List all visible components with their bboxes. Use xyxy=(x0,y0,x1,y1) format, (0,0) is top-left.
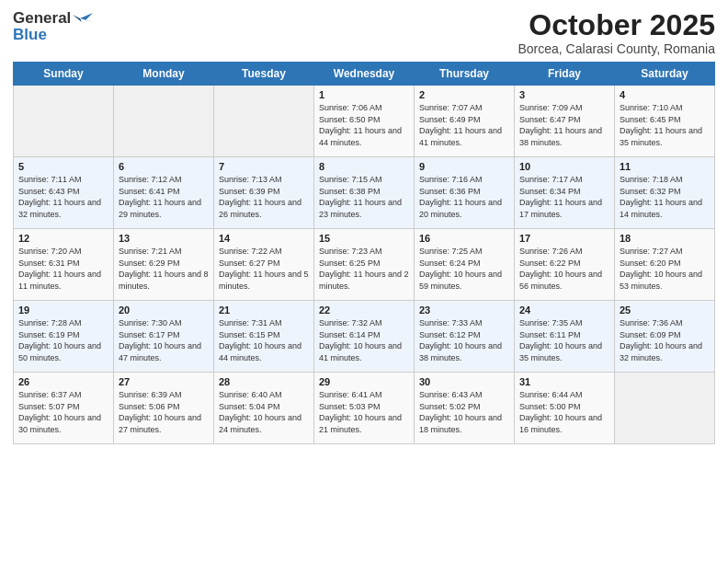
day-info: Sunrise: 7:13 AMSunset: 6:39 PMDaylight:… xyxy=(219,174,309,220)
day-header-wednesday: Wednesday xyxy=(314,63,415,86)
calendar-cell: 15Sunrise: 7:23 AMSunset: 6:25 PMDayligh… xyxy=(314,229,415,301)
day-header-monday: Monday xyxy=(114,63,214,86)
day-info: Sunrise: 7:30 AMSunset: 6:17 PMDaylight:… xyxy=(119,317,209,363)
calendar-cell xyxy=(615,373,715,444)
page: General Blue October 2025 Borcea, Calara… xyxy=(0,0,728,563)
logo-bird-icon xyxy=(73,11,93,26)
calendar-cell: 5Sunrise: 7:11 AMSunset: 6:43 PMDaylight… xyxy=(14,157,114,229)
calendar-cell: 16Sunrise: 7:25 AMSunset: 6:24 PMDayligh… xyxy=(415,229,515,301)
day-info: Sunrise: 7:11 AMSunset: 6:43 PMDaylight:… xyxy=(18,174,108,220)
day-info: Sunrise: 7:35 AMSunset: 6:11 PMDaylight:… xyxy=(519,317,609,363)
day-info: Sunrise: 7:36 AMSunset: 6:09 PMDaylight:… xyxy=(620,317,710,363)
week-row-3: 12Sunrise: 7:20 AMSunset: 6:31 PMDayligh… xyxy=(14,229,715,301)
day-number: 10 xyxy=(519,161,609,172)
calendar-cell: 30Sunrise: 6:43 AMSunset: 5:02 PMDayligh… xyxy=(415,373,515,444)
calendar-cell: 21Sunrise: 7:31 AMSunset: 6:15 PMDayligh… xyxy=(214,301,314,373)
day-info: Sunrise: 6:39 AMSunset: 5:06 PMDaylight:… xyxy=(119,389,209,435)
day-number: 27 xyxy=(119,376,209,387)
calendar-cell: 31Sunrise: 6:44 AMSunset: 5:00 PMDayligh… xyxy=(515,373,615,444)
calendar-cell: 24Sunrise: 7:35 AMSunset: 6:11 PMDayligh… xyxy=(515,301,615,373)
day-info: Sunrise: 7:06 AMSunset: 6:50 PMDaylight:… xyxy=(319,102,409,148)
day-number: 19 xyxy=(18,304,108,316)
day-info: Sunrise: 6:44 AMSunset: 5:00 PMDaylight:… xyxy=(519,389,609,435)
location-subtitle: Borcea, Calarasi County, Romania xyxy=(518,41,715,56)
day-number: 28 xyxy=(219,376,309,387)
day-info: Sunrise: 7:28 AMSunset: 6:19 PMDaylight:… xyxy=(18,317,108,363)
calendar-cell: 1Sunrise: 7:06 AMSunset: 6:50 PMDaylight… xyxy=(314,86,415,157)
calendar-cell: 9Sunrise: 7:16 AMSunset: 6:36 PMDaylight… xyxy=(415,157,515,229)
week-row-5: 26Sunrise: 6:37 AMSunset: 5:07 PMDayligh… xyxy=(14,373,715,444)
calendar-header-row: SundayMondayTuesdayWednesdayThursdayFrid… xyxy=(14,63,715,86)
day-info: Sunrise: 6:37 AMSunset: 5:07 PMDaylight:… xyxy=(18,389,108,435)
day-info: Sunrise: 7:25 AMSunset: 6:24 PMDaylight:… xyxy=(419,246,509,292)
day-number: 20 xyxy=(119,304,209,316)
header: General Blue October 2025 Borcea, Calara… xyxy=(13,9,715,56)
calendar-cell: 13Sunrise: 7:21 AMSunset: 6:29 PMDayligh… xyxy=(114,229,214,301)
calendar-cell: 3Sunrise: 7:09 AMSunset: 6:47 PMDaylight… xyxy=(515,86,615,157)
logo: General Blue xyxy=(13,9,93,44)
calendar-table: SundayMondayTuesdayWednesdayThursdayFrid… xyxy=(13,62,715,444)
day-header-sunday: Sunday xyxy=(14,63,114,86)
day-number: 1 xyxy=(319,89,409,100)
calendar-cell xyxy=(14,86,114,157)
day-info: Sunrise: 7:26 AMSunset: 6:22 PMDaylight:… xyxy=(519,246,609,292)
calendar-cell: 2Sunrise: 7:07 AMSunset: 6:49 PMDaylight… xyxy=(415,86,515,157)
day-info: Sunrise: 7:07 AMSunset: 6:49 PMDaylight:… xyxy=(419,102,509,148)
day-number: 7 xyxy=(219,161,309,172)
day-number: 11 xyxy=(620,161,710,172)
calendar-cell: 6Sunrise: 7:12 AMSunset: 6:41 PMDaylight… xyxy=(114,157,214,229)
calendar-cell: 11Sunrise: 7:18 AMSunset: 6:32 PMDayligh… xyxy=(615,157,715,229)
calendar-cell: 22Sunrise: 7:32 AMSunset: 6:14 PMDayligh… xyxy=(314,301,415,373)
calendar-cell: 4Sunrise: 7:10 AMSunset: 6:45 PMDaylight… xyxy=(615,86,715,157)
day-number: 22 xyxy=(319,304,409,316)
day-number: 15 xyxy=(319,233,409,244)
day-number: 2 xyxy=(419,89,509,100)
calendar-cell: 10Sunrise: 7:17 AMSunset: 6:34 PMDayligh… xyxy=(515,157,615,229)
day-header-thursday: Thursday xyxy=(415,63,515,86)
calendar-cell: 28Sunrise: 6:40 AMSunset: 5:04 PMDayligh… xyxy=(214,373,314,444)
day-number: 12 xyxy=(18,233,108,244)
day-info: Sunrise: 6:43 AMSunset: 5:02 PMDaylight:… xyxy=(419,389,509,435)
day-number: 29 xyxy=(319,376,409,387)
day-info: Sunrise: 7:15 AMSunset: 6:38 PMDaylight:… xyxy=(319,174,409,220)
day-info: Sunrise: 7:23 AMSunset: 6:25 PMDaylight:… xyxy=(319,246,409,292)
day-number: 18 xyxy=(620,233,710,244)
logo-blue: Blue xyxy=(13,26,47,44)
calendar-cell: 20Sunrise: 7:30 AMSunset: 6:17 PMDayligh… xyxy=(114,301,214,373)
day-number: 16 xyxy=(419,233,509,244)
day-info: Sunrise: 7:31 AMSunset: 6:15 PMDaylight:… xyxy=(219,317,309,363)
day-number: 13 xyxy=(119,233,209,244)
day-info: Sunrise: 7:33 AMSunset: 6:12 PMDaylight:… xyxy=(419,317,509,363)
day-number: 25 xyxy=(620,304,710,316)
logo-general: General xyxy=(13,9,71,28)
day-header-friday: Friday xyxy=(515,63,615,86)
day-info: Sunrise: 7:12 AMSunset: 6:41 PMDaylight:… xyxy=(119,174,209,220)
calendar-cell: 12Sunrise: 7:20 AMSunset: 6:31 PMDayligh… xyxy=(14,229,114,301)
calendar-cell: 8Sunrise: 7:15 AMSunset: 6:38 PMDaylight… xyxy=(314,157,415,229)
day-info: Sunrise: 6:41 AMSunset: 5:03 PMDaylight:… xyxy=(319,389,409,435)
day-number: 24 xyxy=(519,304,609,316)
calendar-cell: 25Sunrise: 7:36 AMSunset: 6:09 PMDayligh… xyxy=(615,301,715,373)
day-number: 31 xyxy=(519,376,609,387)
calendar-cell: 27Sunrise: 6:39 AMSunset: 5:06 PMDayligh… xyxy=(114,373,214,444)
calendar-cell: 18Sunrise: 7:27 AMSunset: 6:20 PMDayligh… xyxy=(615,229,715,301)
calendar-cell: 7Sunrise: 7:13 AMSunset: 6:39 PMDaylight… xyxy=(214,157,314,229)
day-number: 30 xyxy=(419,376,509,387)
calendar-cell: 26Sunrise: 6:37 AMSunset: 5:07 PMDayligh… xyxy=(14,373,114,444)
svg-marker-0 xyxy=(80,13,93,22)
day-number: 14 xyxy=(219,233,309,244)
day-number: 8 xyxy=(319,161,409,172)
day-number: 17 xyxy=(519,233,609,244)
day-number: 26 xyxy=(18,376,108,387)
week-row-1: 1Sunrise: 7:06 AMSunset: 6:50 PMDaylight… xyxy=(14,86,715,157)
day-number: 5 xyxy=(18,161,108,172)
calendar-cell xyxy=(214,86,314,157)
day-info: Sunrise: 7:09 AMSunset: 6:47 PMDaylight:… xyxy=(519,102,609,148)
day-number: 3 xyxy=(519,89,609,100)
day-info: Sunrise: 7:27 AMSunset: 6:20 PMDaylight:… xyxy=(620,246,710,292)
day-number: 6 xyxy=(119,161,209,172)
calendar-cell: 29Sunrise: 6:41 AMSunset: 5:03 PMDayligh… xyxy=(314,373,415,444)
day-info: Sunrise: 7:32 AMSunset: 6:14 PMDaylight:… xyxy=(319,317,409,363)
day-info: Sunrise: 7:17 AMSunset: 6:34 PMDaylight:… xyxy=(519,174,609,220)
week-row-4: 19Sunrise: 7:28 AMSunset: 6:19 PMDayligh… xyxy=(14,301,715,373)
